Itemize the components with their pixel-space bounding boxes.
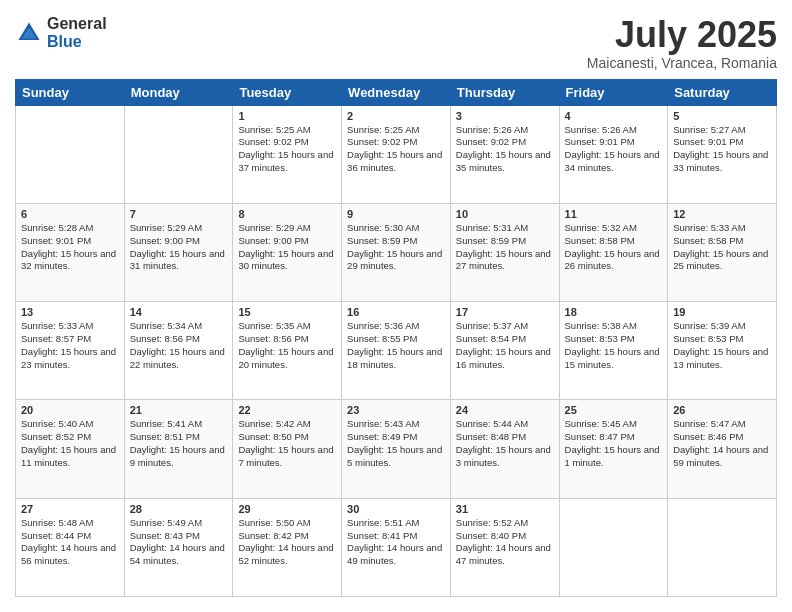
table-row: 31Sunrise: 5:52 AMSunset: 8:40 PMDayligh…	[450, 498, 559, 596]
cell-content: Sunset: 8:46 PM	[673, 431, 771, 444]
table-row: 4Sunrise: 5:26 AMSunset: 9:01 PMDaylight…	[559, 105, 668, 203]
table-row: 7Sunrise: 5:29 AMSunset: 9:00 PMDaylight…	[124, 203, 233, 301]
cell-content: Sunrise: 5:43 AM	[347, 418, 445, 431]
day-number: 24	[456, 404, 554, 416]
cell-content: Sunrise: 5:28 AM	[21, 222, 119, 235]
cell-content: Sunrise: 5:35 AM	[238, 320, 336, 333]
cell-content: Daylight: 14 hours and 47 minutes.	[456, 542, 554, 568]
cell-content: Daylight: 15 hours and 18 minutes.	[347, 346, 445, 372]
day-number: 18	[565, 306, 663, 318]
day-number: 1	[238, 110, 336, 122]
day-number: 30	[347, 503, 445, 515]
col-saturday: Saturday	[668, 79, 777, 105]
cell-content: Sunrise: 5:26 AM	[565, 124, 663, 137]
day-number: 5	[673, 110, 771, 122]
cell-content: Daylight: 15 hours and 31 minutes.	[130, 248, 228, 274]
cell-content: Daylight: 15 hours and 15 minutes.	[565, 346, 663, 372]
cell-content: Daylight: 15 hours and 23 minutes.	[21, 346, 119, 372]
day-number: 4	[565, 110, 663, 122]
cell-content: Daylight: 15 hours and 36 minutes.	[347, 149, 445, 175]
cell-content: Daylight: 14 hours and 52 minutes.	[238, 542, 336, 568]
cell-content: Sunrise: 5:25 AM	[238, 124, 336, 137]
table-row: 15Sunrise: 5:35 AMSunset: 8:56 PMDayligh…	[233, 302, 342, 400]
table-row: 30Sunrise: 5:51 AMSunset: 8:41 PMDayligh…	[342, 498, 451, 596]
cell-content: Daylight: 15 hours and 9 minutes.	[130, 444, 228, 470]
cell-content: Sunset: 8:49 PM	[347, 431, 445, 444]
cell-content: Sunrise: 5:36 AM	[347, 320, 445, 333]
cell-content: Daylight: 15 hours and 29 minutes.	[347, 248, 445, 274]
cell-content: Sunrise: 5:29 AM	[238, 222, 336, 235]
day-number: 20	[21, 404, 119, 416]
cell-content: Daylight: 15 hours and 3 minutes.	[456, 444, 554, 470]
cell-content: Daylight: 15 hours and 22 minutes.	[130, 346, 228, 372]
cell-content: Sunset: 8:40 PM	[456, 530, 554, 543]
table-row	[668, 498, 777, 596]
cell-content: Daylight: 15 hours and 33 minutes.	[673, 149, 771, 175]
day-number: 3	[456, 110, 554, 122]
cell-content: Sunrise: 5:42 AM	[238, 418, 336, 431]
table-row: 1Sunrise: 5:25 AMSunset: 9:02 PMDaylight…	[233, 105, 342, 203]
cell-content: Sunset: 9:00 PM	[238, 235, 336, 248]
day-number: 14	[130, 306, 228, 318]
day-number: 15	[238, 306, 336, 318]
table-row: 25Sunrise: 5:45 AMSunset: 8:47 PMDayligh…	[559, 400, 668, 498]
cell-content: Sunset: 8:50 PM	[238, 431, 336, 444]
day-number: 28	[130, 503, 228, 515]
cell-content: Sunset: 9:00 PM	[130, 235, 228, 248]
day-number: 11	[565, 208, 663, 220]
cell-content: Sunrise: 5:33 AM	[673, 222, 771, 235]
cell-content: Sunrise: 5:40 AM	[21, 418, 119, 431]
table-row: 22Sunrise: 5:42 AMSunset: 8:50 PMDayligh…	[233, 400, 342, 498]
cell-content: Sunset: 9:01 PM	[673, 136, 771, 149]
calendar-week-row: 27Sunrise: 5:48 AMSunset: 8:44 PMDayligh…	[16, 498, 777, 596]
header: General Blue July 2025 Maicanesti, Vranc…	[15, 15, 777, 71]
day-number: 12	[673, 208, 771, 220]
calendar-week-row: 13Sunrise: 5:33 AMSunset: 8:57 PMDayligh…	[16, 302, 777, 400]
cell-content: Sunrise: 5:27 AM	[673, 124, 771, 137]
cell-content: Sunrise: 5:41 AM	[130, 418, 228, 431]
table-row: 3Sunrise: 5:26 AMSunset: 9:02 PMDaylight…	[450, 105, 559, 203]
day-number: 8	[238, 208, 336, 220]
table-row: 16Sunrise: 5:36 AMSunset: 8:55 PMDayligh…	[342, 302, 451, 400]
title-block: July 2025 Maicanesti, Vrancea, Romania	[587, 15, 777, 71]
table-row: 8Sunrise: 5:29 AMSunset: 9:00 PMDaylight…	[233, 203, 342, 301]
table-row: 11Sunrise: 5:32 AMSunset: 8:58 PMDayligh…	[559, 203, 668, 301]
table-row: 9Sunrise: 5:30 AMSunset: 8:59 PMDaylight…	[342, 203, 451, 301]
cell-content: Sunset: 8:59 PM	[347, 235, 445, 248]
page: General Blue July 2025 Maicanesti, Vranc…	[0, 0, 792, 612]
table-row: 19Sunrise: 5:39 AMSunset: 8:53 PMDayligh…	[668, 302, 777, 400]
day-number: 13	[21, 306, 119, 318]
cell-content: Daylight: 15 hours and 35 minutes.	[456, 149, 554, 175]
calendar-week-row: 20Sunrise: 5:40 AMSunset: 8:52 PMDayligh…	[16, 400, 777, 498]
day-number: 26	[673, 404, 771, 416]
cell-content: Daylight: 15 hours and 37 minutes.	[238, 149, 336, 175]
table-row: 12Sunrise: 5:33 AMSunset: 8:58 PMDayligh…	[668, 203, 777, 301]
main-title: July 2025	[587, 15, 777, 55]
logo-icon	[15, 19, 43, 47]
cell-content: Sunrise: 5:51 AM	[347, 517, 445, 530]
day-number: 9	[347, 208, 445, 220]
day-number: 6	[21, 208, 119, 220]
calendar-table: Sunday Monday Tuesday Wednesday Thursday…	[15, 79, 777, 597]
table-row: 10Sunrise: 5:31 AMSunset: 8:59 PMDayligh…	[450, 203, 559, 301]
table-row: 27Sunrise: 5:48 AMSunset: 8:44 PMDayligh…	[16, 498, 125, 596]
day-number: 23	[347, 404, 445, 416]
col-monday: Monday	[124, 79, 233, 105]
day-number: 25	[565, 404, 663, 416]
cell-content: Sunrise: 5:44 AM	[456, 418, 554, 431]
cell-content: Sunrise: 5:30 AM	[347, 222, 445, 235]
cell-content: Daylight: 15 hours and 1 minute.	[565, 444, 663, 470]
cell-content: Sunrise: 5:29 AM	[130, 222, 228, 235]
cell-content: Sunrise: 5:33 AM	[21, 320, 119, 333]
logo-text: General Blue	[47, 15, 107, 50]
table-row: 23Sunrise: 5:43 AMSunset: 8:49 PMDayligh…	[342, 400, 451, 498]
calendar-header-row: Sunday Monday Tuesday Wednesday Thursday…	[16, 79, 777, 105]
cell-content: Sunset: 9:02 PM	[456, 136, 554, 149]
cell-content: Sunrise: 5:34 AM	[130, 320, 228, 333]
table-row	[559, 498, 668, 596]
day-number: 27	[21, 503, 119, 515]
cell-content: Daylight: 15 hours and 16 minutes.	[456, 346, 554, 372]
cell-content: Sunrise: 5:49 AM	[130, 517, 228, 530]
logo-general-text: General	[47, 15, 107, 33]
col-sunday: Sunday	[16, 79, 125, 105]
